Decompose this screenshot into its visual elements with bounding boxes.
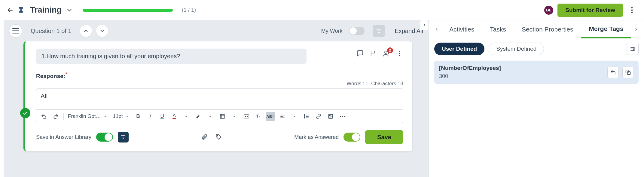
right-panel-tabs: Activities Tasks Section Properties Merg… <box>429 20 644 38</box>
progress-text: (1 / 1) <box>182 7 196 13</box>
highlight-chevron-icon[interactable] <box>206 112 215 121</box>
merge-tags-settings-icon[interactable] <box>627 43 639 55</box>
save-button[interactable]: Save <box>365 130 403 144</box>
status-complete-icon <box>20 108 30 118</box>
align-icon[interactable] <box>278 112 287 121</box>
filter-user-defined[interactable]: User Defined <box>434 43 484 55</box>
kebab-menu-icon[interactable] <box>627 4 637 16</box>
redo-icon[interactable] <box>51 112 60 121</box>
merge-tag-icon[interactable] <box>242 112 251 121</box>
top-bar: Training (1 / 1) BE Submit for Review <box>0 0 644 20</box>
merge-tag-row: [NumberOfEmployees] 300 <box>434 61 639 84</box>
spellcheck-icon[interactable]: AB <box>266 112 275 121</box>
bold-icon[interactable]: B <box>134 112 143 121</box>
merge-tag-copy-icon[interactable] <box>622 67 634 78</box>
image-icon[interactable] <box>326 112 335 121</box>
response-label: Response:* <box>36 72 403 80</box>
svg-point-2 <box>631 12 633 13</box>
collapse-right-panel-icon[interactable] <box>420 20 429 30</box>
right-panel: Activities Tasks Section Properties Merg… <box>429 20 644 177</box>
underline-icon[interactable]: U <box>158 112 167 121</box>
more-icon[interactable] <box>338 112 347 121</box>
comment-icon[interactable] <box>356 50 364 57</box>
svg-point-1 <box>631 9 633 11</box>
filter-system-defined[interactable]: System Defined <box>489 43 544 55</box>
hamburger-icon[interactable] <box>9 24 22 38</box>
svg-rect-3 <box>12 28 19 29</box>
next-question-button[interactable] <box>96 25 108 37</box>
font-size-select[interactable]: 11pt <box>112 113 131 119</box>
merge-tag-insert-icon[interactable] <box>607 67 619 78</box>
svg-point-31 <box>344 116 345 117</box>
question-text: 1.How much training is given to all your… <box>36 49 307 64</box>
text-color-chevron-icon[interactable] <box>182 112 191 121</box>
svg-rect-4 <box>12 31 19 32</box>
progress-fill <box>83 9 173 12</box>
assignee-badge: 2 <box>387 47 393 53</box>
workspace: Question 1 of 1 My Work Expand All 1.How… <box>4 20 429 177</box>
assignee-icon[interactable]: 2 <box>383 50 390 57</box>
align-chevron-icon[interactable] <box>290 112 299 121</box>
editor-toolbar: Franklin Got… 11pt B I U A <box>36 110 403 123</box>
hourglass-icon <box>18 6 24 14</box>
list-icon[interactable]: 123 <box>302 112 311 121</box>
svg-point-30 <box>342 116 343 117</box>
link-icon[interactable] <box>314 112 323 121</box>
progress-bar <box>83 9 173 12</box>
submit-for-review-button[interactable]: Submit for Review <box>557 4 623 17</box>
response-input[interactable]: All <box>36 89 403 110</box>
page-title: Training <box>30 5 62 15</box>
table-chevron-icon[interactable] <box>230 112 239 121</box>
library-settings-icon[interactable] <box>118 132 129 142</box>
italic-icon[interactable]: I <box>146 112 155 121</box>
expand-all-button[interactable]: Expand All <box>395 28 423 34</box>
tabs-scroll-left-icon[interactable] <box>432 27 441 32</box>
svg-point-28 <box>329 116 330 116</box>
prev-question-button[interactable] <box>80 25 92 37</box>
question-card: 1.How much training is given to all your… <box>23 41 412 151</box>
merge-tag-value: 300 <box>439 73 604 80</box>
my-work-toggle[interactable] <box>349 27 365 35</box>
merge-tags-filter-row: User Defined System Defined <box>429 38 644 58</box>
svg-point-17 <box>247 116 248 117</box>
save-library-toggle[interactable] <box>96 133 113 142</box>
response-editor: All Franklin Got… 11pt B I U <box>36 88 403 123</box>
question-kebab-icon[interactable] <box>396 50 403 57</box>
font-family-select[interactable]: Franklin Got… <box>67 113 109 119</box>
mark-answered-toggle[interactable] <box>343 133 360 142</box>
highlight-icon[interactable] <box>194 112 203 121</box>
left-strip <box>0 20 4 177</box>
my-work-label: My Work <box>321 28 343 34</box>
workspace-toolbar: Question 1 of 1 My Work Expand All <box>4 20 429 41</box>
back-icon[interactable] <box>7 7 14 14</box>
svg-point-29 <box>340 116 341 117</box>
clear-format-icon[interactable]: T× <box>254 112 263 121</box>
svg-point-36 <box>633 49 635 50</box>
attachment-icon[interactable] <box>201 134 208 141</box>
tag-icon[interactable] <box>215 134 222 141</box>
tabs-scroll-right-icon[interactable] <box>631 27 641 32</box>
svg-point-8 <box>399 53 400 54</box>
svg-text:3: 3 <box>304 117 305 118</box>
filter-icon[interactable] <box>373 25 385 37</box>
tab-activities[interactable]: Activities <box>441 20 482 38</box>
tab-section-properties[interactable]: Section Properties <box>514 20 581 38</box>
question-actions: 2 <box>356 50 403 57</box>
question-counter: Question 1 of 1 <box>31 28 72 34</box>
svg-point-0 <box>631 7 633 8</box>
avatar[interactable]: BE <box>544 6 553 15</box>
undo-icon[interactable] <box>39 112 48 121</box>
merge-tag-name: [NumberOfEmployees] <box>439 65 604 71</box>
svg-point-7 <box>399 51 400 52</box>
text-color-icon[interactable]: A <box>170 112 179 121</box>
word-char-count: Words : 1, Characters : 3 <box>36 81 403 87</box>
svg-point-6 <box>385 51 387 53</box>
title-chevron-down-icon[interactable] <box>66 7 73 14</box>
svg-rect-5 <box>12 33 19 34</box>
svg-point-32 <box>217 135 218 136</box>
flag-icon[interactable] <box>370 50 377 57</box>
tab-tasks[interactable]: Tasks <box>482 20 514 38</box>
save-library-label: Save in Answer Library <box>36 134 91 140</box>
table-icon[interactable] <box>218 112 227 121</box>
tab-merge-tags[interactable]: Merge Tags <box>581 20 631 38</box>
